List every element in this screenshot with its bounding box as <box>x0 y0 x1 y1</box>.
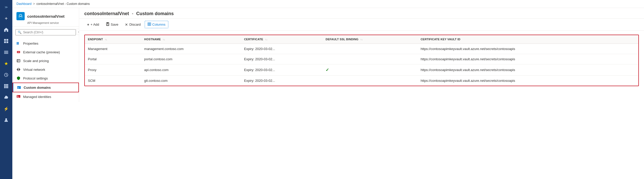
cell-hostname-3: git.contoso.com <box>141 76 241 86</box>
recent-icon[interactable] <box>0 70 12 80</box>
custom-domains-icon <box>17 85 21 90</box>
sidebar-item-label-properties: Properties <box>23 42 38 45</box>
svg-rect-3 <box>6 41 8 43</box>
columns-button[interactable]: Columns <box>145 21 168 28</box>
sidebar-item-label-managed-identities: Managed identities <box>23 95 51 99</box>
search-icon: 🔍 <box>18 31 22 34</box>
ssl-sort-icon[interactable]: ↑↓ <box>360 38 363 41</box>
certificate-sort-icon[interactable]: ↑↓ <box>265 38 267 41</box>
discard-icon: ✕ <box>125 23 128 27</box>
svg-rect-1 <box>6 39 8 41</box>
sidebar-collapse-button[interactable]: « <box>76 29 79 35</box>
cell-ssl-3 <box>323 76 418 86</box>
svg-rect-20 <box>17 42 17 45</box>
svg-rect-15 <box>6 87 7 88</box>
sidebar-item-scale-pricing[interactable]: Scale and pricing <box>12 56 79 65</box>
svg-rect-40 <box>107 24 108 25</box>
favorites-icon[interactable]: ★ <box>0 58 12 69</box>
cloud-icon[interactable] <box>0 92 12 103</box>
cell-certificate-1: Expiry: 2020-03-02... <box>241 54 323 64</box>
svg-rect-4 <box>4 51 8 51</box>
sidebar-item-virtual-network[interactable]: Virtual network <box>12 65 79 74</box>
table-row[interactable]: Portal portal.contoso.com Expiry: 2020-0… <box>85 54 638 64</box>
table-row[interactable]: Management management.contoso.com Expiry… <box>85 44 638 54</box>
sidebar-item-managed-identities[interactable]: Managed identities <box>12 92 79 101</box>
home-icon[interactable] <box>0 25 12 35</box>
svg-rect-24 <box>17 52 20 52</box>
sidebar-item-protocol-settings[interactable]: Protocol settings <box>12 74 79 83</box>
sidebar-nav: Properties External cache (preview) <box>12 38 79 102</box>
data-table-container: ENDPOINT ↑↓ HOSTNAME ↑↓ CERTIFICATE ↑↓ <box>84 35 639 86</box>
table-row[interactable]: SCM git.contoso.com Expiry: 2020-03-02..… <box>85 76 638 86</box>
cell-endpoint-1: Portal <box>85 54 141 64</box>
table-row[interactable]: Proxy api.contoso.com Expiry: 2020-03-02… <box>85 64 638 76</box>
save-button[interactable]: Save <box>103 21 121 28</box>
breadcrumb-current: contosoInternalVnet - Custom domains <box>36 2 90 6</box>
col-header-ssl-binding[interactable]: DEFAULT SSL BINDING ↑↓ <box>323 35 418 44</box>
svg-rect-43 <box>150 23 151 26</box>
discard-label: Discard <box>129 23 141 26</box>
add-label: + Add <box>90 23 99 26</box>
svg-rect-31 <box>17 86 21 89</box>
sidebar-item-external-cache[interactable]: External cache (preview) <box>12 48 79 56</box>
cell-ssl-2: ✓ <box>323 64 418 76</box>
breadcrumb: Dashboard > contosoInternalVnet - Custom… <box>12 0 644 8</box>
svg-rect-8 <box>4 84 5 85</box>
add-button[interactable]: + + Add <box>84 21 102 28</box>
svg-rect-22 <box>18 42 19 45</box>
scale-pricing-icon <box>16 59 21 63</box>
cell-hostname-2: api.contoso.com <box>141 64 241 76</box>
hostname-sort-icon[interactable]: ↑↓ <box>163 38 165 41</box>
page-header: contosoInternalVnet - Custom domains <box>79 8 644 19</box>
svg-rect-37 <box>17 97 19 97</box>
cell-keyvault-0: https://contosoapimkeyvault.vault.azure.… <box>418 44 638 54</box>
external-cache-icon <box>16 50 21 54</box>
breadcrumb-dashboard[interactable]: Dashboard <box>16 2 32 6</box>
sidebar-toggle-icon[interactable]: ≫ <box>0 2 12 12</box>
cell-keyvault-3: https://contosoapimkeyvault.vault.azure.… <box>418 76 638 86</box>
cell-keyvault-1: https://contosoapimkeyvault.vault.azure.… <box>418 54 638 64</box>
svg-rect-12 <box>6 86 7 87</box>
col-header-hostname[interactable]: HOSTNAME ↑↓ <box>141 35 241 44</box>
svg-rect-11 <box>4 86 5 87</box>
svg-point-18 <box>20 14 22 16</box>
col-header-certificate[interactable]: CERTIFICATE ↑↓ <box>241 35 323 44</box>
cell-ssl-0 <box>323 44 418 54</box>
cell-certificate-0: Expiry: 2020-03-02... <box>241 44 323 54</box>
endpoint-sort-icon[interactable]: ↑↓ <box>105 38 107 41</box>
page-title: contosoInternalVnet - Custom domains <box>84 11 639 16</box>
properties-icon <box>16 41 21 45</box>
discard-button[interactable]: ✕ Discard <box>122 21 143 28</box>
lightning-icon[interactable]: ⚡ <box>0 104 12 114</box>
cell-endpoint-3: SCM <box>85 76 141 86</box>
key-vault-label: CERTIFICATE KEY VAULT ID <box>421 38 461 41</box>
search-input[interactable] <box>23 31 73 34</box>
all-services-icon[interactable] <box>0 81 12 91</box>
cell-keyvault-2: https://contosoapimkeyvault.vault.azure.… <box>418 64 638 76</box>
svg-rect-41 <box>148 23 149 26</box>
sidebar-item-label-external-cache: External cache (preview) <box>23 50 60 54</box>
table-area: ENDPOINT ↑↓ HOSTNAME ↑↓ CERTIFICATE ↑↓ <box>79 31 644 179</box>
sidebar-item-label-scale: Scale and pricing <box>23 59 49 63</box>
svg-rect-6 <box>4 53 8 54</box>
svg-rect-13 <box>7 86 8 87</box>
sidebar-item-properties[interactable]: Properties <box>12 39 79 48</box>
svg-rect-39 <box>107 23 108 24</box>
create-icon[interactable]: + <box>0 13 12 24</box>
user-icon[interactable] <box>0 115 12 125</box>
columns-icon <box>148 22 151 27</box>
svg-rect-42 <box>149 23 150 26</box>
table-header-row: ENDPOINT ↑↓ HOSTNAME ↑↓ CERTIFICATE ↑↓ <box>85 35 638 44</box>
service-name-title: contosoInternalVnet <box>84 11 129 16</box>
cell-hostname-1: portal.contoso.com <box>141 54 241 64</box>
col-header-endpoint[interactable]: ENDPOINT ↑↓ <box>85 35 141 44</box>
col-header-key-vault[interactable]: CERTIFICATE KEY VAULT ID <box>418 35 638 44</box>
virtual-network-icon <box>16 67 21 72</box>
sidebar-item-custom-domains[interactable]: Custom domains <box>12 83 79 92</box>
managed-identities-icon <box>16 95 21 99</box>
sidebar-item-label-custom-domains: Custom domains <box>24 86 51 90</box>
save-icon <box>106 22 109 27</box>
main-content: contosoInternalVnet - Custom domains + +… <box>79 8 644 179</box>
menu-list-icon[interactable] <box>0 47 12 57</box>
dashboard-icon[interactable] <box>0 36 12 46</box>
